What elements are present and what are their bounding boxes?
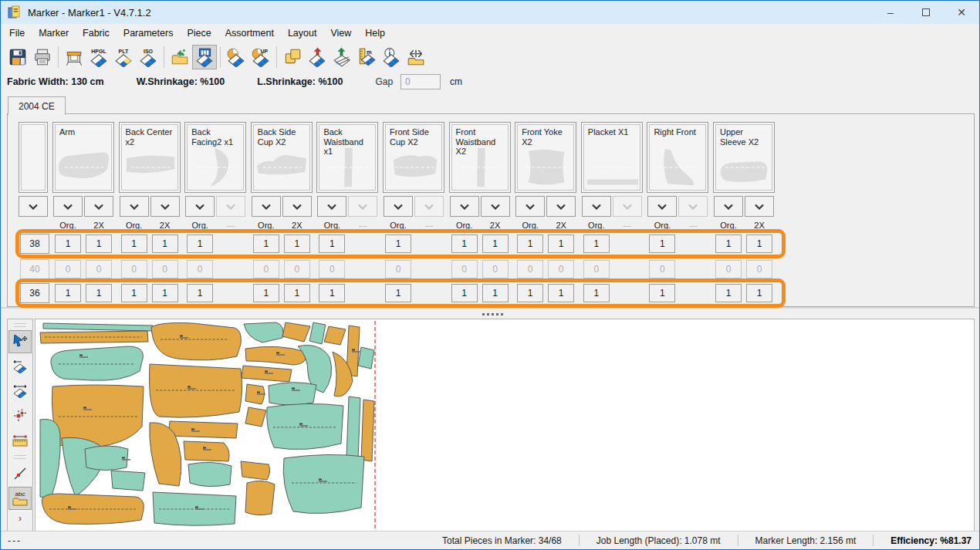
piece-dropdown-primary[interactable] [714,196,743,217]
piece-dropdown-secondary[interactable] [546,196,576,217]
qty-cell[interactable]: 0 [121,260,147,278]
qty-cell[interactable]: 1 [649,284,675,302]
qty-cell[interactable]: 1 [385,235,411,253]
piece-dropdown-primary[interactable] [582,196,611,217]
qty-cell[interactable]: 1 [451,235,478,253]
place-piece-button[interactable] [329,45,354,69]
qty-cell[interactable]: 1 [385,284,411,302]
piece-dropdown-secondary[interactable] [84,196,113,217]
piece-dropdown-primary[interactable] [647,196,677,217]
qty-cell[interactable]: 0 [253,260,279,278]
menu-item-marker[interactable]: Marker [32,25,76,41]
qty-cell[interactable]: 0 [152,260,178,278]
export-iso-button[interactable]: ISO [136,45,161,69]
export-plt-button[interactable]: PLT [111,45,136,69]
qty-cell[interactable]: 0 [451,260,478,278]
maximize-button[interactable] [908,1,944,24]
time-button[interactable] [224,45,248,69]
qty-cell[interactable]: 1 [746,235,772,253]
qty-cell[interactable]: 0 [319,260,345,278]
qty-cell[interactable]: 1 [548,235,574,253]
qty-cell[interactable]: 1 [86,235,112,253]
piece-dropdown-primary[interactable] [384,196,413,217]
menu-item-help[interactable]: Help [358,25,392,41]
qty-cell[interactable]: 0 [55,260,81,278]
qty-cell[interactable]: 0 [385,260,411,278]
select-move-tool[interactable] [8,330,32,353]
flip-horizontal-tool[interactable] [8,355,32,378]
tab-2004-ce[interactable]: 2004 CE [8,96,66,115]
palette-expand[interactable]: › [19,512,22,524]
qty-cell[interactable]: 1 [55,284,81,302]
piece-dropdown-primary[interactable] [317,196,346,217]
qty-cell[interactable]: 0 [517,260,543,278]
fabric-width-button[interactable] [404,45,428,69]
qty-cell[interactable]: 1 [121,284,147,302]
qty-cell[interactable]: 1 [86,284,112,302]
piece-dropdown-secondary[interactable] [282,196,312,217]
qty-cell[interactable]: 1 [121,235,147,253]
splitter-handle[interactable] [1,307,979,319]
measure-length-button[interactable]: m [354,45,379,69]
piece-dropdown-primary[interactable] [252,196,281,217]
menu-item-assortment[interactable]: Assortment [218,25,281,41]
piece-dropdown-secondary[interactable] [745,196,774,217]
menu-item-layout[interactable]: Layout [281,25,324,41]
drill-point-tool[interactable] [8,404,32,427]
qty-cell[interactable]: 1 [319,284,345,302]
time-up-button[interactable]: UP [248,45,273,69]
save-button[interactable] [5,45,30,69]
plotter-button[interactable] [62,45,86,69]
export-hpgl-button[interactable]: HPGL [86,45,111,69]
qty-cell[interactable]: 1 [482,284,509,302]
qty-cell[interactable]: 0 [649,260,675,278]
qty-cell[interactable]: 0 [284,260,310,278]
qty-cell[interactable]: 0 [715,260,742,278]
piece-dropdown-primary[interactable] [450,196,479,217]
qty-cell[interactable]: 0 [746,260,772,278]
gap-input[interactable] [400,74,441,89]
menu-item-piece[interactable]: Piece [180,25,218,41]
qty-cell[interactable]: 1 [319,235,345,253]
qty-cell[interactable]: 1 [451,284,478,302]
menu-item-view[interactable]: View [323,25,358,41]
qty-cell[interactable]: 0 [583,260,610,278]
menu-item-file[interactable]: File [2,25,32,41]
size-label-cell[interactable]: 40 [20,259,49,279]
qty-cell[interactable]: 1 [284,235,310,253]
piece-dropdown-secondary[interactable] [150,196,180,217]
qty-cell[interactable]: 1 [187,284,213,302]
minimize-button[interactable]: – [873,1,908,24]
piece-dropdown-primary[interactable] [120,196,149,217]
qty-cell[interactable]: 1 [715,235,742,253]
qty-cell[interactable]: 1 [253,235,279,253]
qty-cell[interactable]: 1 [284,284,310,302]
menu-item-parameters[interactable]: Parameters [117,25,181,41]
send-up-button[interactable] [305,45,329,69]
marker-view-button[interactable] [192,45,217,69]
qty-cell[interactable]: 1 [152,284,178,302]
piece-dropdown-primary[interactable] [185,196,215,217]
qty-cell[interactable]: 1 [152,235,178,253]
size-label-cell[interactable]: 36 [20,283,49,303]
qty-cell[interactable]: 1 [187,235,213,253]
import-marker-button[interactable] [167,45,192,69]
menu-item-fabric[interactable]: Fabric [76,25,117,41]
qty-cell[interactable]: 0 [482,260,509,278]
marker-info-button[interactable] [379,45,404,69]
flip-vertical-tool[interactable] [8,380,32,403]
qty-cell[interactable]: 0 [86,260,112,278]
qty-cell[interactable]: 0 [548,260,574,278]
text-label-tool[interactable]: abc [8,487,32,510]
qty-cell[interactable]: 0 [187,260,213,278]
piece-dropdown-primary[interactable] [515,196,545,217]
qty-cell[interactable]: 1 [746,284,772,302]
print-button[interactable] [30,45,55,69]
copy-piece-button[interactable] [280,45,305,69]
qty-cell[interactable]: 1 [482,235,509,253]
qty-cell[interactable]: 1 [649,235,675,253]
piece-dropdown-secondary[interactable] [481,196,510,217]
qty-cell[interactable]: 1 [715,284,742,302]
qty-cell[interactable]: 1 [583,235,610,253]
qty-cell[interactable]: 1 [583,284,610,302]
